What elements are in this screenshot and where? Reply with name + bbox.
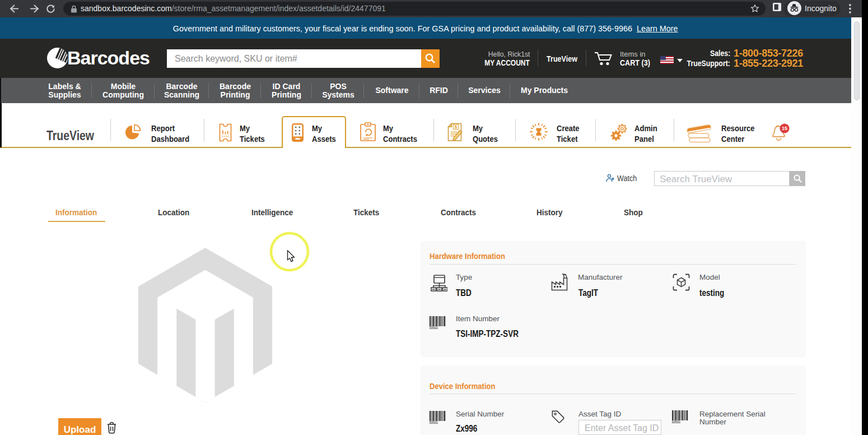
svg-text:0123456: 0123456: [430, 421, 440, 424]
svg-text:$: $: [455, 124, 458, 129]
svg-text:0123456: 0123456: [673, 420, 683, 423]
svg-text:0123456: 0123456: [430, 326, 440, 329]
svg-text:15: 15: [782, 126, 787, 131]
